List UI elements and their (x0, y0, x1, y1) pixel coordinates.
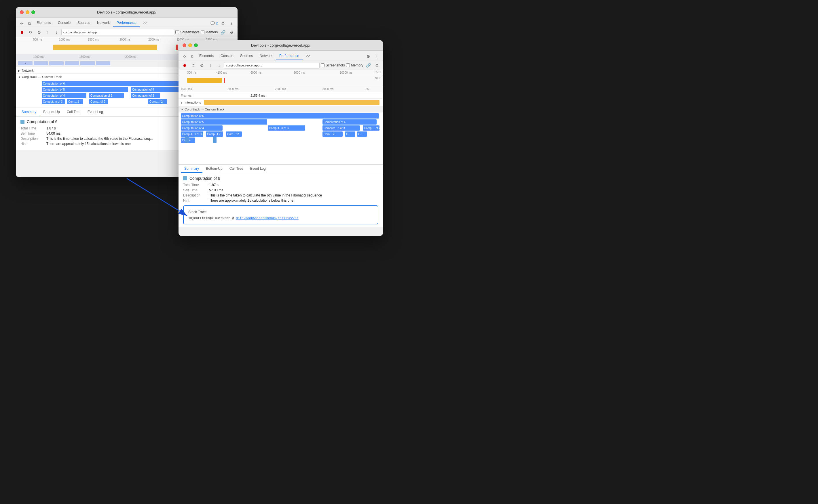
comp5-bar[interactable]: Computation of 5 (42, 87, 128, 92)
w2-c1-bar[interactable]: C... (345, 131, 355, 137)
settings2-icon-1[interactable]: ⚙ (228, 28, 235, 36)
device-icon[interactable]: ⧉ (26, 20, 33, 27)
w2-comf2b-bar[interactable]: Com...f 2 (226, 131, 242, 137)
w2-comp6-bar[interactable]: Computation of 6 (181, 113, 379, 119)
refresh-icon-1[interactable]: ↺ (27, 28, 34, 36)
compn3-bar[interactable]: Comput...n of 3 (42, 99, 65, 104)
tab-network-1[interactable]: Network (93, 19, 113, 27)
custom-track-row-2: ▼ Corgi track — Custom Track (178, 106, 383, 112)
settings-icon-2[interactable]: ⚙ (365, 53, 372, 60)
ruler2-300ms: 300 ms (187, 71, 196, 74)
device-icon-2[interactable]: ⧉ (188, 53, 196, 60)
summary-title-2: Computation of 6 (183, 176, 378, 181)
comp3b-bar[interactable]: Computation of 3 (131, 93, 160, 98)
w2-compn3c-bar[interactable]: Comput...n of 3 (181, 131, 203, 137)
bottom-tabs-2: Summary Bottom-Up Call Tree Event Log (178, 165, 383, 173)
comp4b-bar[interactable]: Computation of 4 (42, 93, 86, 98)
cursor-icon-2[interactable]: ⊹ (181, 53, 188, 60)
download-icon-1[interactable]: ↓ (53, 28, 60, 36)
tab-console-2[interactable]: Console (217, 52, 237, 60)
tab-calltree-2[interactable]: Call Tree (226, 165, 247, 173)
tab-elements-2[interactable]: Elements (196, 52, 217, 60)
tab-performance-1[interactable]: Performance (113, 19, 140, 27)
controls-bar-2: ⏺ ↺ ⊘ ↑ ↓ corgi-collage.vercel.app... Sc… (178, 60, 383, 70)
w2-comp4a-bar[interactable]: Computation of 4 (323, 119, 377, 125)
tab-eventlog-1[interactable]: Event Log (84, 108, 106, 116)
dr-2000ms: 2000 ms (228, 87, 239, 91)
upload-icon-1[interactable]: ↑ (44, 28, 51, 36)
interactions-row: ▶ Interactions (178, 99, 383, 106)
tab-network-2[interactable]: Network (256, 52, 276, 60)
minimize-button-1[interactable] (26, 10, 29, 14)
ruler-1500ms: 1500 ms (88, 38, 99, 41)
description-row-2: Description This is the time taken to ca… (183, 193, 378, 197)
w2-com2b-bar[interactable]: Com... 2 (323, 131, 343, 137)
w2-small2 (213, 137, 217, 143)
settings3-icon-2[interactable]: ⚙ (373, 62, 381, 69)
tab-summary-2[interactable]: Summary (181, 165, 202, 173)
chat-icon-1[interactable]: 💬 2 (211, 20, 218, 27)
maximize-button-1[interactable] (31, 10, 35, 14)
clear-icon-1[interactable]: ⊘ (35, 28, 43, 36)
comp2b-bar[interactable]: Comp...f 2 (148, 99, 167, 104)
network-icon-2[interactable]: 🔗 (365, 62, 372, 69)
tab-more-2[interactable]: >> (303, 52, 314, 60)
close-button-2[interactable] (182, 43, 186, 47)
url-display-1[interactable]: corgi-collage.vercel.app... (61, 29, 174, 35)
tab-console-1[interactable]: Console (54, 19, 74, 27)
maximize-button-2[interactable] (194, 43, 198, 47)
interactions-label: ▶ Interactions (178, 101, 201, 104)
detail-1500ms: 1500 ms (79, 55, 90, 58)
frames-label: Frames (181, 94, 191, 97)
url-display-2[interactable]: corgi-collage.vercel.app... (224, 62, 320, 68)
ruler-2500ms: 2500 ms (148, 38, 159, 41)
clear-icon-2[interactable]: ⊘ (198, 62, 206, 69)
tab-sources-1[interactable]: Sources (74, 19, 93, 27)
tab-eventlog-2[interactable]: Event Log (247, 165, 269, 173)
frames-value: 2155.4 ms (251, 94, 265, 97)
titlebar-2: DevTools - corgi-collage.vercel.app/ (178, 40, 383, 51)
w2-comp2a-bar[interactable]: Compu...of 2 (363, 125, 380, 131)
stack-trace-link[interactable]: main.63cb5c4bde8be90a.js:1:122716 (236, 216, 299, 220)
record-icon-1[interactable]: ⏺ (18, 28, 26, 36)
w2-comp5-row: Computation of 5 Computation of 4 (178, 119, 383, 125)
window-title-2: DevTools - corgi-collage.vercel.app/ (251, 43, 310, 47)
tab-bottomup-2[interactable]: Bottom-Up (202, 165, 226, 173)
tab-bottomup-1[interactable]: Bottom-Up (40, 108, 63, 116)
record-icon-2[interactable]: ⏺ (181, 62, 188, 69)
self-time-row-2: Self Time 57.00 ms (183, 188, 378, 192)
minimize-button-2[interactable] (188, 43, 192, 47)
tab-more-1[interactable]: >> (140, 19, 151, 27)
memory-checkbox-1[interactable]: Memory (201, 30, 218, 34)
close-button-1[interactable] (20, 10, 24, 14)
network-icon-1[interactable]: 🔗 (219, 28, 227, 36)
memory-checkbox-2[interactable]: Memory (346, 63, 363, 67)
more-icon-2[interactable]: ⋮ (373, 53, 381, 60)
w2-compn3b-bar[interactable]: Computa...n of 3 (323, 125, 360, 131)
refresh-icon-2[interactable]: ↺ (189, 62, 197, 69)
w2-compn3a-bar[interactable]: Comput...n of 3 (268, 125, 305, 131)
screenshots-checkbox-1[interactable]: Screenshots (175, 30, 199, 34)
ruler2-10000ms: 10000 ms (340, 71, 352, 74)
download-icon-2[interactable]: ↓ (216, 62, 223, 69)
w2-comp4b-bar[interactable]: Computation of 4 (181, 125, 223, 131)
upload-icon-2[interactable]: ↑ (207, 62, 214, 69)
ruler2-6000ms: 6000 ms (251, 71, 262, 74)
tabs-row-1: ⊹ ⧉ Elements Console Sources Network Per… (16, 18, 238, 27)
settings-icon-1[interactable]: ⚙ (219, 20, 227, 27)
tab-sources-2[interactable]: Sources (237, 52, 256, 60)
w2-comp4-row: Computation of 4 Comput...n of 3 Computa… (178, 125, 383, 131)
com2-bar[interactable]: Com... 2 (67, 99, 83, 104)
w2-compf2a-bar[interactable]: Comp...f 2 (206, 131, 223, 137)
tab-summary-1[interactable]: Summary (18, 108, 40, 116)
cursor-icon[interactable]: ⊹ (18, 20, 26, 27)
w2-comp5-bar[interactable]: Computation of 5 (181, 119, 267, 125)
tab-elements-1[interactable]: Elements (33, 19, 54, 27)
comp2a-bar[interactable]: Comp...of 2 (89, 99, 108, 104)
screenshots-checkbox-2[interactable]: Screenshots (321, 63, 345, 67)
tab-calltree-1[interactable]: Call Tree (63, 108, 84, 116)
w2-c2-bar[interactable]: C... (357, 131, 367, 137)
more-icon-1[interactable]: ⋮ (228, 20, 235, 27)
tab-performance-2[interactable]: Performance (276, 52, 303, 60)
comp3a-bar[interactable]: Computation of 3 (89, 93, 124, 98)
